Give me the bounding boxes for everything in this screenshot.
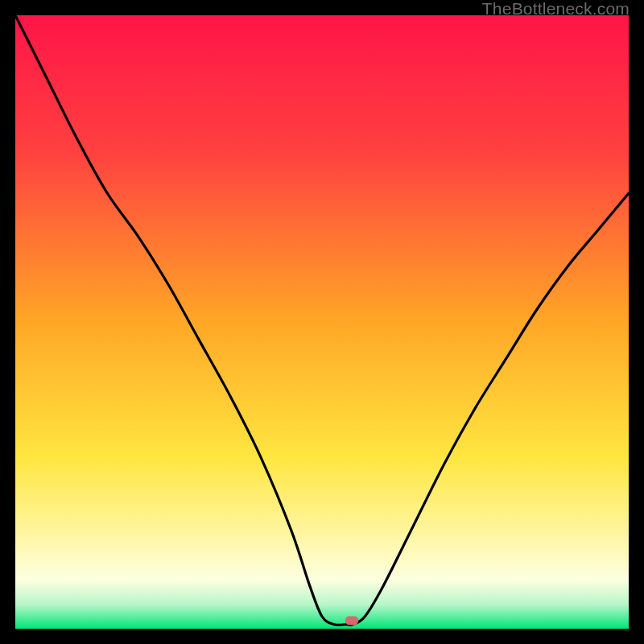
chart-container: TheBottleneck.com <box>0 0 644 644</box>
optimal-point-marker <box>345 617 358 625</box>
watermark-text: TheBottleneck.com <box>482 0 630 19</box>
curve-layer <box>15 15 629 629</box>
bottleneck-curve <box>15 15 629 625</box>
